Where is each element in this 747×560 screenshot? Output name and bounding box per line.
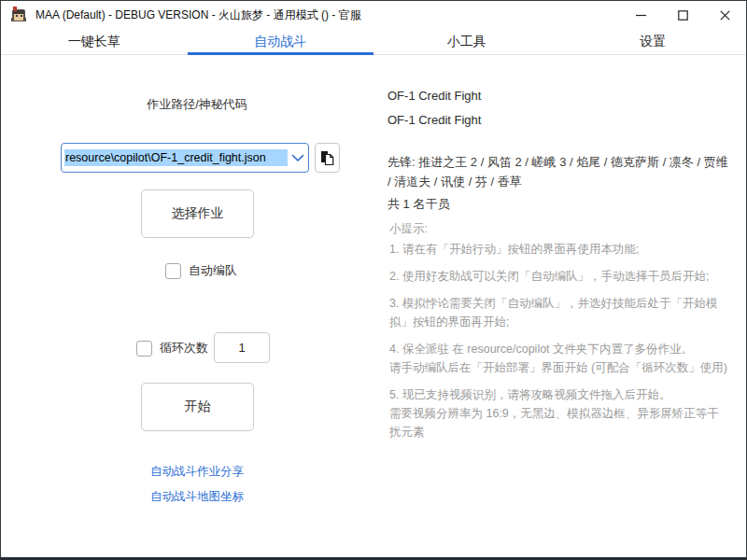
copilot-path-label: 作业路径/神秘代码 (62, 96, 332, 113)
copy-path-button[interactable] (315, 143, 340, 173)
start-label: 开始 (185, 399, 211, 415)
copilot-share-link[interactable]: 自动战斗作业分享 (62, 464, 332, 480)
copilot-doc-title: OF-1 Credit Fight (388, 113, 481, 127)
title-bar: MAA (Default) - DEBUG VERSION - 火山旅梦 - 通… (1, 1, 746, 29)
minimize-button[interactable] (620, 1, 662, 29)
auto-squad-checkbox[interactable] (165, 263, 181, 279)
tab-bar: 一键长草 自动战斗 小工具 设置 (1, 29, 746, 55)
tab-label: 自动战斗 (254, 34, 306, 50)
window-title: MAA (Default) - DEBUG VERSION - 火山旅梦 - 通… (35, 7, 361, 23)
tab-label: 一键长草 (68, 34, 120, 50)
tab-label: 设置 (640, 34, 666, 50)
window-controls (620, 1, 746, 29)
tip-item: 4. 保全派驻 在 resource/copilot 文件夹下内置了多份作业。 … (389, 340, 729, 377)
tab-label: 小工具 (447, 34, 486, 50)
select-copilot-button[interactable]: 选择作业 (141, 189, 254, 238)
loop-times-label: 循环次数 (160, 340, 208, 357)
tab-tools[interactable]: 小工具 (374, 29, 560, 54)
select-copilot-label: 选择作业 (172, 205, 224, 222)
loop-times-row: 循环次数 (136, 340, 208, 357)
copilot-path-combobox[interactable]: resource\copilot\OF-1_credit_fight.json (61, 143, 309, 173)
app-window: MAA (Default) - DEBUG VERSION - 火山旅梦 - 通… (0, 0, 747, 560)
tip-item: 5. 现已支持视频识别，请将攻略视频文件拖入后开始。 需要视频分辨率为 16:9… (389, 385, 729, 441)
tab-auto-battle[interactable]: 自动战斗 (188, 29, 374, 54)
tips-title: 小提示: (389, 221, 428, 237)
copilot-path-value: resource\copilot\OF-1_credit_fight.json (64, 149, 288, 166)
tip-item: 2. 使用好友助战可以关闭「自动编队」，手动选择干员后开始; (389, 267, 729, 286)
tab-farming[interactable]: 一键长草 (1, 29, 188, 54)
loop-times-checkbox[interactable] (136, 341, 152, 357)
app-logo-icon (9, 6, 28, 24)
copy-icon (320, 150, 334, 166)
loop-times-value: 1 (238, 341, 245, 355)
chevron-down-icon[interactable] (291, 154, 304, 162)
minimize-icon (636, 10, 646, 21)
tips-list: 1. 请在有「开始行动」按钮的界面再使用本功能; 2. 使用好友助战可以关闭「自… (389, 240, 729, 450)
tip-item: 1. 请在有「开始行动」按钮的界面再使用本功能; (389, 240, 729, 259)
map-coordinates-link[interactable]: 自动战斗地图坐标 (62, 489, 332, 505)
close-icon (720, 10, 730, 21)
maximize-button[interactable] (662, 1, 704, 29)
start-button[interactable]: 开始 (141, 383, 254, 431)
auto-squad-row: 自动编队 (165, 262, 237, 279)
close-button[interactable] (704, 1, 746, 29)
operator-count: 共 1 名干员 (388, 196, 449, 213)
maximize-icon (678, 10, 688, 21)
tip-item: 3. 模拟悖论需要关闭「自动编队」，并选好技能后处于「开始模拟」按钮的界面再开始… (389, 294, 729, 331)
tab-settings[interactable]: 设置 (560, 29, 747, 54)
auto-squad-label: 自动编队 (189, 262, 237, 279)
main-content: 作业路径/神秘代码 resource\copilot\OF-1_credit_f… (1, 55, 746, 558)
loop-times-input[interactable]: 1 (214, 332, 270, 363)
stage-title: OF-1 Credit Fight (388, 89, 481, 103)
operator-list: 先锋: 推进之王 2 / 风笛 2 / 嵯峨 3 / 焰尾 / 德克萨斯 / 凛… (388, 152, 731, 191)
